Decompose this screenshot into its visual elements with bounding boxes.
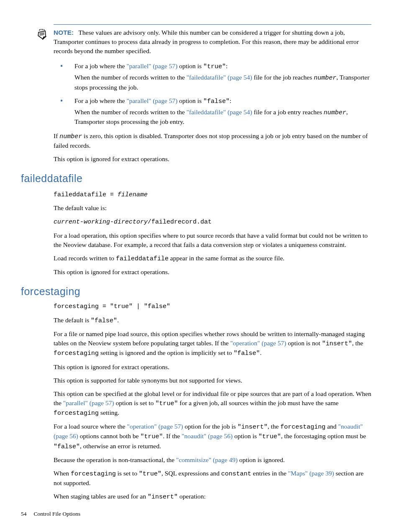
- link-faileddatafile[interactable]: "faileddatafile" (page 54): [187, 108, 252, 116]
- note-icon: [37, 29, 48, 40]
- paragraph: When forcestaging is set to "true", SQL …: [54, 469, 371, 488]
- link-parallel[interactable]: "parallel" (page 57): [63, 399, 114, 406]
- paragraph: The default value is:: [54, 203, 371, 213]
- bullet-sub: When the number of records written to th…: [74, 108, 371, 126]
- paragraph: When staging tables are used for an "ins…: [54, 492, 371, 501]
- paragraph: If number is zero, this option is disabl…: [54, 131, 371, 150]
- footer-title: Control File Options: [33, 511, 80, 517]
- paragraph: The default is "false".: [54, 316, 371, 325]
- note-block: NOTE: These values are advisory only. Wh…: [37, 28, 371, 56]
- paragraph: This option can be specified at the glob…: [54, 389, 371, 418]
- paragraph: This option is ignored for extract opera…: [54, 362, 371, 372]
- heading-forcestaging: forcestaging: [21, 284, 371, 299]
- note-text: NOTE: These values are advisory only. Wh…: [54, 28, 371, 56]
- paragraph: Because the operation is non-transaction…: [54, 455, 371, 465]
- note-body: These values are advisory only. While th…: [54, 29, 359, 54]
- syntax-line: faileddatafile = filename: [54, 190, 371, 199]
- link-maps[interactable]: "Maps" (page 39): [288, 470, 334, 477]
- paragraph: This option is ignored for extract opera…: [54, 267, 371, 277]
- bullet-lead: For a job where the "parallel" (page 57)…: [74, 96, 371, 106]
- bullet-list: For a job where the "parallel" (page 57)…: [54, 62, 371, 126]
- list-item: For a job where the "parallel" (page 57)…: [60, 62, 371, 92]
- note-label: NOTE:: [54, 29, 74, 36]
- paragraph: This option is supported for table synon…: [54, 376, 371, 385]
- page-footer: 54 Control File Options: [21, 510, 80, 518]
- paragraph: For a load source where the "operation" …: [54, 422, 371, 451]
- section-content: forcestaging = "true" | "false" The defa…: [54, 302, 371, 501]
- heading-faileddatafile: faileddatafile: [21, 171, 371, 186]
- section-content: faileddatafile = filename The default va…: [54, 190, 371, 277]
- link-faileddatafile[interactable]: "faileddatafile" (page 54): [187, 74, 252, 81]
- bullet-sub: When the number of records written to th…: [74, 73, 371, 92]
- bullet-lead: For a job where the "parallel" (page 57)…: [74, 62, 371, 71]
- link-operation[interactable]: "operation" (page 57): [230, 339, 286, 347]
- paragraph: This option is ignored for extract opera…: [54, 154, 371, 164]
- paragraph: Load records written to faileddatafile a…: [54, 254, 371, 263]
- page: NOTE: These values are advisory only. Wh…: [0, 0, 399, 532]
- link-commitsize[interactable]: "commitsize" (page 49): [176, 456, 238, 463]
- continuation-content: For a job where the "parallel" (page 57)…: [54, 62, 371, 164]
- page-number: 54: [21, 511, 27, 517]
- paragraph: For a load operation, this option specif…: [54, 231, 371, 249]
- link-operation[interactable]: "operation" (page 57): [127, 423, 183, 430]
- link-parallel[interactable]: "parallel" (page 57): [126, 62, 177, 69]
- syntax-line: forcestaging = "true" | "false": [54, 302, 371, 311]
- list-item: For a job where the "parallel" (page 57)…: [60, 96, 371, 127]
- default-line: current-working-directory/failedrecord.d…: [54, 217, 371, 226]
- note-rule: [54, 24, 371, 25]
- link-parallel[interactable]: "parallel" (page 57): [126, 97, 177, 104]
- paragraph: For a file or named pipe load source, th…: [54, 329, 371, 358]
- link-noaudit[interactable]: "noaudit" (page 56): [182, 432, 233, 439]
